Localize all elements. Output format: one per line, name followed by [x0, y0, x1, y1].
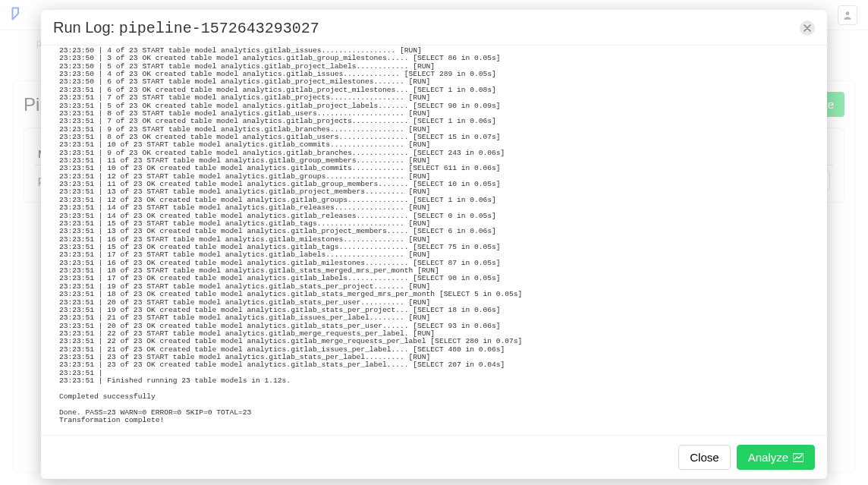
modal-body: 23:23:50 | 4 of 23 START table model ana…	[41, 45, 827, 436]
modal-header: Run Log: pipeline-1572643293027	[41, 10, 827, 45]
close-button[interactable]: Close	[678, 445, 730, 470]
analyze-button[interactable]: Analyze	[737, 445, 815, 470]
close-icon[interactable]	[800, 20, 815, 36]
modal-title: Run Log: pipeline-1572643293027	[53, 19, 319, 37]
log-output: 23:23:50 | 4 of 23 START table model ana…	[59, 47, 809, 424]
chart-icon	[793, 453, 804, 462]
modal-footer: Close Analyze	[41, 436, 827, 479]
modal-title-id: pipeline-1572643293027	[119, 20, 319, 37]
analyze-button-label: Analyze	[748, 451, 788, 464]
run-log-modal: Run Log: pipeline-1572643293027 23:23:50…	[41, 10, 827, 479]
modal-title-prefix: Run Log:	[53, 19, 119, 36]
